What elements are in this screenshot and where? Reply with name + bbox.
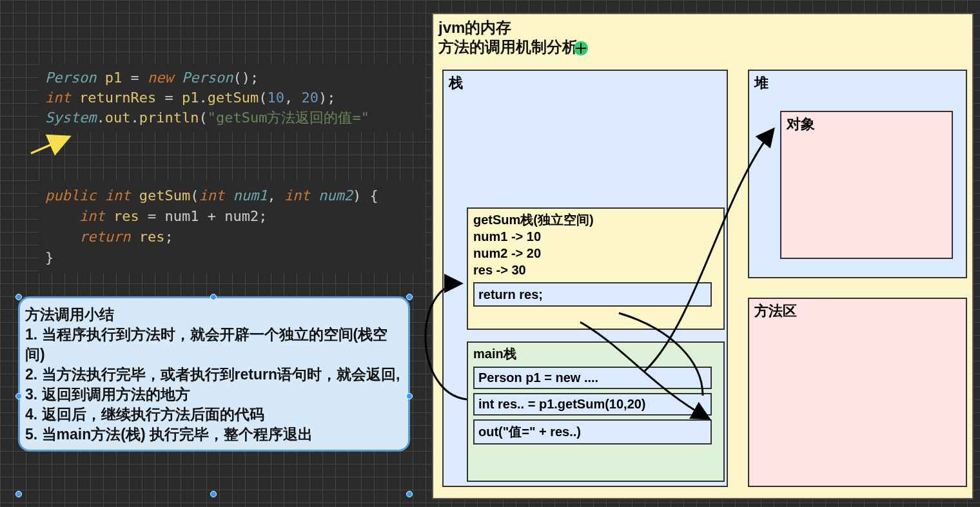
resize-handle[interactable] bbox=[15, 393, 22, 399]
resize-handle[interactable] bbox=[406, 491, 413, 497]
method-area-label: 方法区 bbox=[749, 299, 966, 323]
resize-handle[interactable] bbox=[15, 294, 22, 300]
main-stmt: Person p1 = new .... bbox=[473, 367, 712, 389]
summary-item: 1. 当程序执行到方法时，就会开辟一个独立的空间(栈空间) bbox=[25, 325, 403, 365]
resize-handle[interactable] bbox=[210, 491, 217, 497]
resize-handle[interactable] bbox=[15, 491, 22, 497]
heap-panel: 堆 对象 bbox=[748, 70, 967, 278]
summary-title: 方法调用小结 bbox=[25, 305, 403, 325]
stack-label: 栈 bbox=[444, 71, 727, 95]
object-label: 对象 bbox=[781, 112, 952, 137]
main-title: main栈 bbox=[473, 345, 718, 363]
yellow-arrow-icon bbox=[31, 137, 70, 153]
return-statement: return res; bbox=[473, 282, 712, 307]
resize-handle[interactable] bbox=[406, 294, 413, 300]
code-block-method: public int getSum(int num1, int num2) { … bbox=[39, 180, 426, 273]
main-stmt: out("值=" + res..) bbox=[473, 419, 712, 445]
summary-item: 3. 返回到调用方法的地方 bbox=[25, 385, 403, 405]
object-box: 对象 bbox=[780, 111, 953, 259]
move-cursor-icon[interactable] bbox=[574, 41, 588, 55]
jvm-memory-panel: jvm的内存 方法的调用机制分析 栈 getSum栈(独立空间) num1 ->… bbox=[432, 13, 974, 499]
summary-item: 2. 当方法执行完毕，或者执行到return语句时，就会返回, bbox=[25, 365, 403, 385]
summary-item: 5. 当main方法(栈) 执行完毕，整个程序退出 bbox=[25, 425, 403, 445]
getsum-stack-frame: getSum栈(独立空间) num1 -> 10 num2 -> 20 res … bbox=[467, 207, 725, 330]
summary-box[interactable]: 方法调用小结 1. 当程序执行到方法时，就会开辟一个独立的空间(栈空间) 2. … bbox=[18, 296, 410, 452]
method-area-panel: 方法区 bbox=[748, 298, 967, 487]
resize-handle[interactable] bbox=[210, 294, 217, 300]
getsum-var: num1 -> 10 bbox=[473, 228, 718, 245]
getsum-title: getSum栈(独立空间) bbox=[473, 211, 718, 228]
main-stack-frame: main栈 Person p1 = new .... int res.. = p… bbox=[467, 341, 725, 482]
getsum-var: num2 -> 20 bbox=[473, 245, 718, 262]
getsum-var: res -> 30 bbox=[473, 262, 718, 278]
jvm-title: jvm的内存 方法的调用机制分析 bbox=[433, 14, 972, 57]
main-stmt: int res.. = p1.getSum(10,20) bbox=[473, 393, 712, 416]
stack-panel: 栈 getSum栈(独立空间) num1 -> 10 num2 -> 20 re… bbox=[442, 70, 728, 487]
summary-item: 4. 返回后，继续执行方法后面的代码 bbox=[25, 405, 403, 425]
resize-handle[interactable] bbox=[406, 393, 413, 399]
code-block-caller: Person p1 = new Person(); int returnRes … bbox=[39, 64, 426, 131]
heap-label: 堆 bbox=[749, 71, 966, 95]
